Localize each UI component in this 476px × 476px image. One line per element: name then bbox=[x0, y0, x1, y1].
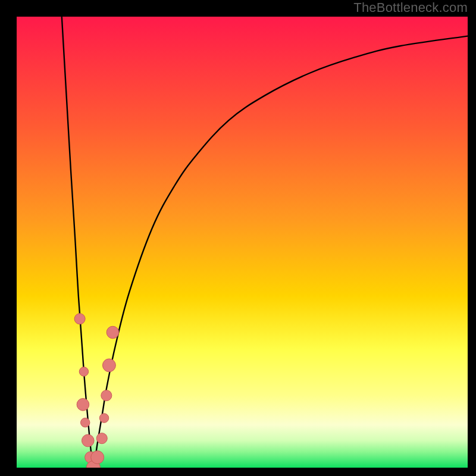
data-dot bbox=[82, 434, 94, 447]
data-dot bbox=[80, 418, 89, 427]
watermark-text: TheBottleneck.com bbox=[353, 0, 468, 15]
data-dot bbox=[107, 326, 119, 339]
chart-frame: TheBottleneck.com bbox=[0, 0, 476, 476]
data-dot bbox=[101, 390, 112, 401]
data-dot bbox=[96, 433, 107, 444]
bottleneck-curve bbox=[62, 17, 468, 468]
data-dot bbox=[77, 399, 89, 411]
data-dot bbox=[91, 451, 104, 464]
data-dot bbox=[79, 367, 88, 376]
curve-layer bbox=[17, 17, 468, 468]
data-dot bbox=[99, 414, 108, 422]
plot-area bbox=[17, 17, 468, 468]
data-dot bbox=[102, 359, 115, 372]
data-dot bbox=[74, 314, 85, 324]
